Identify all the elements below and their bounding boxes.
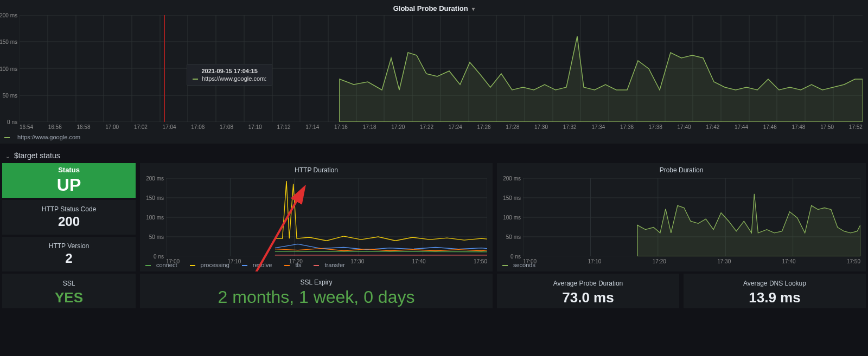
probe-duration-panel[interactable]: Probe Duration 200 ms 150 ms 100 ms 50 m… xyxy=(497,163,866,271)
http-duration-panel[interactable]: HTTP Duration 200 ms 150 ms 100 ms 50 ms… xyxy=(140,163,493,271)
status-value: UP xyxy=(2,175,136,195)
ssl-panel[interactable]: SSL YES xyxy=(2,274,136,308)
panel-title-text: Global Probe Duration xyxy=(393,4,468,12)
avg-probe-label: Average Probe Duration xyxy=(553,276,623,288)
http-code-value: 200 xyxy=(2,214,136,229)
y-tick: 0 ns xyxy=(510,254,521,260)
http-duration-legend[interactable]: connect processing resolve tls transfer xyxy=(145,262,356,268)
probe-duration-svg xyxy=(523,178,860,256)
y-tick: 200 ms xyxy=(503,176,521,182)
row-header[interactable]: ⌄ $target status xyxy=(0,146,868,163)
legend-color-pip xyxy=(4,137,10,138)
http-version-value: 2 xyxy=(2,251,136,266)
x-axis: 16:5416:5616:5817:0017:0217:0417:0617:08… xyxy=(20,124,863,130)
legend-label: https://www.google.com xyxy=(17,134,80,140)
avg-dns-panel[interactable]: Average DNS Lookup 13.9 ms xyxy=(684,274,866,308)
y-tick: 150 ms xyxy=(146,195,164,201)
tooltip-series: https://www.google.com: xyxy=(193,75,266,82)
ssl-expiry-panel[interactable]: SSL Expiry 2 months, 1 week, 0 days xyxy=(140,274,493,308)
avg-dns-value: 13.9 ms xyxy=(749,289,800,306)
http-code-label: HTTP Status Code xyxy=(2,205,136,213)
y-tick: 50 ms xyxy=(149,234,164,240)
y-tick: 100 ms xyxy=(0,66,17,72)
y-tick: 200 ms xyxy=(0,12,17,18)
http-code-panel[interactable]: HTTP Status Code 200 xyxy=(2,200,136,235)
ssl-expiry-value: 2 months, 1 week, 0 days xyxy=(218,287,415,307)
status-label: Status xyxy=(2,166,136,174)
http-duration-svg xyxy=(166,178,487,256)
y-tick: 100 ms xyxy=(503,215,521,221)
chevron-down-icon[interactable]: ⌄ xyxy=(5,153,10,159)
y-tick: 150 ms xyxy=(503,195,521,201)
y-tick: 100 ms xyxy=(146,215,164,221)
panel-title: Global Probe Duration ▾ xyxy=(0,0,868,15)
avg-probe-value: 73.0 ms xyxy=(562,289,614,306)
row-title: $target status xyxy=(14,151,60,160)
http-version-panel[interactable]: HTTP Version 2 xyxy=(2,237,136,271)
y-tick: 50 ms xyxy=(506,234,521,240)
y-tick: 50 ms xyxy=(3,92,17,98)
http-duration-chart[interactable]: 200 ms 150 ms 100 ms 50 ms 0 ns 17:0017 xyxy=(166,178,487,256)
ssl-label: SSL xyxy=(63,276,75,288)
tooltip-timestamp: 2021-09-15 17:04:15 xyxy=(193,68,266,74)
chart-tooltip: 2021-09-15 17:04:15 https://www.google.c… xyxy=(187,64,272,86)
y-tick: 200 ms xyxy=(146,176,164,182)
ssl-value: YES xyxy=(55,289,83,306)
probe-duration-legend[interactable]: seconds xyxy=(502,262,546,268)
y-tick: 0 ns xyxy=(154,254,164,260)
global-chart[interactable]: 200 ms 150 ms 100 ms 50 ms 0 ns 16:5416:… xyxy=(20,15,863,122)
panel-title: HTTP Duration xyxy=(140,163,493,175)
y-tick: 0 ns xyxy=(7,119,17,125)
global-legend[interactable]: https://www.google.com xyxy=(4,134,95,140)
global-chart-svg xyxy=(20,15,863,122)
status-row: Status UP HTTP Status Code 200 HTTP Vers… xyxy=(0,163,868,271)
stats-row: SSL YES SSL Expiry 2 months, 1 week, 0 d… xyxy=(0,271,868,308)
chevron-down-icon[interactable]: ▾ xyxy=(472,6,475,12)
x-axis: 17:0017:1017:2017:3017:4017:50 xyxy=(523,258,860,264)
y-tick: 150 ms xyxy=(0,39,17,45)
ssl-expiry-label: SSL Expiry xyxy=(301,275,333,287)
http-version-label: HTTP Version xyxy=(2,242,136,250)
stat-column: Status UP HTTP Status Code 200 HTTP Vers… xyxy=(2,163,136,271)
avg-dns-label: Average DNS Lookup xyxy=(743,276,806,288)
probe-duration-chart[interactable]: 200 ms 150 ms 100 ms 50 ms 0 ns 17:0017:… xyxy=(523,178,860,256)
status-panel[interactable]: Status UP xyxy=(2,163,136,198)
series-color-pip xyxy=(193,79,198,80)
global-probe-panel[interactable]: Global Probe Duration ▾ 200 ms 150 ms 10… xyxy=(0,0,868,144)
panel-title: Probe Duration xyxy=(497,163,866,175)
avg-probe-panel[interactable]: Average Probe Duration 73.0 ms xyxy=(497,274,679,308)
